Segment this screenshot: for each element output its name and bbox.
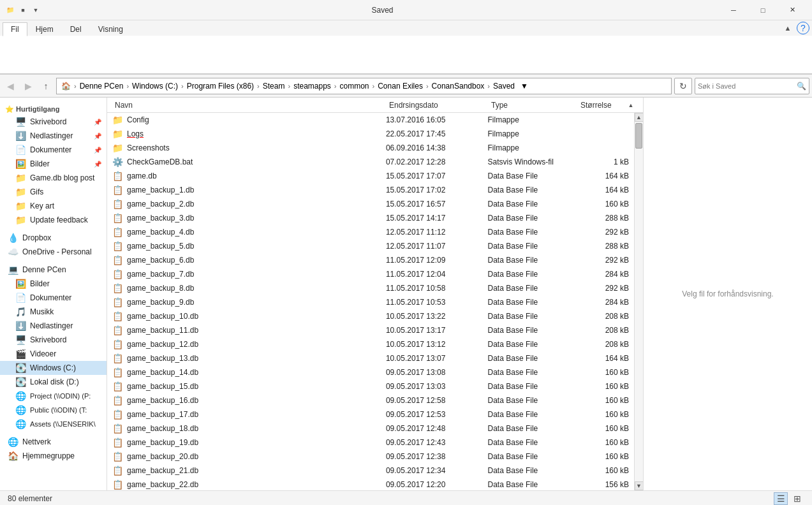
file-row[interactable]: 📋 game_backup_4.db 12.05.2017 11:12 Data… (107, 225, 634, 239)
path-segment-common[interactable]: common (338, 81, 371, 91)
column-header-type[interactable]: Type (486, 101, 575, 110)
column-header-date[interactable]: Endrsingsdato (384, 101, 486, 110)
file-row[interactable]: 📋 game_backup_14.db 09.05.2017 13:08 Dat… (107, 365, 634, 379)
path-dropdown-icon[interactable]: ▼ (519, 81, 529, 91)
sidebar-item-lokal-disk-d[interactable]: 💽 Lokal disk (D:) (0, 375, 107, 389)
column-header-name[interactable]: Navn (110, 101, 384, 110)
scrollbar-up-button[interactable]: ▲ (635, 113, 644, 122)
pictures-icon: 🖼️ (15, 159, 26, 169)
db-file-icon: 📋 (112, 297, 123, 307)
path-segment-saved[interactable]: Saved (491, 81, 517, 91)
sidebar-item-update-feedback[interactable]: 📁 Update feedback (0, 213, 107, 227)
sidebar-item-public-odin[interactable]: 🌐 Public (\\ODIN) (T: (0, 403, 107, 417)
sidebar-item-windows-c[interactable]: 💽 Windows (C:) (0, 361, 107, 375)
address-path[interactable]: 🏠 › Denne PCen › Windows (C:) › Program … (56, 78, 672, 94)
desktop-pc-icon: 🖥️ (15, 335, 26, 345)
sidebar-item-musikk[interactable]: 🎵 Musikk (0, 305, 107, 319)
file-row[interactable]: 📋 game_backup_16.db 09.05.2017 12:58 Dat… (107, 393, 634, 407)
sidebar-item-videoer[interactable]: 🎬 Videoer (0, 347, 107, 361)
sidebar-item-gifs[interactable]: 📁 Gifs (0, 185, 107, 199)
search-input[interactable] (698, 82, 797, 90)
sidebar-item-denne-pcen[interactable]: 💻 Denne PCen (0, 263, 107, 277)
file-row[interactable]: 📋 game_backup_18.db 09.05.2017 12:48 Dat… (107, 421, 634, 435)
sidebar-item-nettverk[interactable]: 🌐 Nettverk (0, 435, 107, 449)
file-row[interactable]: 📋 game.db 15.05.2017 17:07 Data Base Fil… (107, 169, 634, 183)
file-type: Data Base File (485, 256, 575, 265)
file-row[interactable]: ⚙️ CheckGameDB.bat 07.02.2017 12:28 Sats… (107, 155, 634, 169)
scroll-up-arrow[interactable]: ▲ (628, 98, 634, 113)
file-row[interactable]: 📋 game_backup_13.db 10.05.2017 13:07 Dat… (107, 351, 634, 365)
file-row[interactable]: 📋 game_backup_19.db 09.05.2017 12:43 Dat… (107, 435, 634, 450)
file-row[interactable]: 📋 game_backup_10.db 10.05.2017 13:22 Dat… (107, 309, 634, 323)
scrollbar-track: ▲ ▼ (634, 113, 643, 490)
back-button[interactable]: ◀ (3, 78, 18, 94)
sidebar-item-bilder[interactable]: 🖼️ Bilder 📌 (0, 157, 107, 171)
sidebar-item-hjemmegruppe[interactable]: 🏠 Hjemmegruppe (0, 449, 107, 463)
file-row[interactable]: 📋 game_backup_2.db 15.05.2017 16:57 Data… (107, 197, 634, 211)
ribbon-collapse-button[interactable]: ▲ (781, 22, 794, 34)
file-list[interactable]: 📁 Config 13.07.2016 16:05 Filmappe 📁 Log… (107, 113, 634, 490)
tab-visning[interactable]: Visning (90, 22, 131, 36)
sidebar-item-nedlastinger-pc[interactable]: ⬇️ Nedlastinger (0, 319, 107, 333)
file-row[interactable]: 📋 game_backup_6.db 11.05.2017 12:09 Data… (107, 253, 634, 267)
sidebar-item-bilder-pc[interactable]: 🖼️ Bilder (0, 277, 107, 291)
onedrive-icon: ☁️ (8, 247, 18, 257)
file-area-scroll: 📁 Config 13.07.2016 16:05 Filmappe 📁 Log… (107, 113, 643, 490)
forward-button[interactable]: ▶ (20, 78, 36, 94)
tab-hjem[interactable]: Hjem (27, 22, 62, 36)
file-row[interactable]: 📁 Config 13.07.2016 16:05 Filmappe (107, 113, 634, 127)
file-row[interactable]: 📋 game_backup_15.db 09.05.2017 13:03 Dat… (107, 379, 634, 393)
file-row[interactable]: 📋 game_backup_21.db 09.05.2017 12:34 Dat… (107, 464, 634, 478)
db-file-icon: 📋 (112, 381, 123, 392)
help-button[interactable]: ? (797, 22, 809, 34)
sidebar-item-skrivebord-pc[interactable]: 🖥️ Skrivebord (0, 333, 107, 347)
file-row[interactable]: 📋 game_backup_1.db 15.05.2017 17:02 Data… (107, 183, 634, 197)
file-row[interactable]: 📋 game_backup_3.db 15.05.2017 14:17 Data… (107, 211, 634, 225)
file-row[interactable]: 📋 game_backup_11.db 10.05.2017 13:17 Dat… (107, 323, 634, 337)
tab-fil[interactable]: Fil (3, 22, 27, 36)
up-button[interactable]: ↑ (38, 78, 54, 94)
sidebar-item-dokumenter[interactable]: 📄 Dokumenter 📌 (0, 143, 107, 157)
sidebar-item-assets-jenserik[interactable]: 🌐 Assets (\\JENSERIK\ (0, 417, 107, 431)
sidebar-item-onedrive[interactable]: ☁️ OneDrive - Personal (0, 245, 107, 259)
path-segment-program-files[interactable]: Program Files (x86) (185, 81, 256, 91)
sidebar-item-game-db-blog[interactable]: 📁 Game.db blog post (0, 171, 107, 185)
sidebar-item-project-odin[interactable]: 🌐 Project (\\ODIN) (P: (0, 389, 107, 403)
file-row[interactable]: 📋 game_backup_20.db 09.05.2017 12:38 Dat… (107, 450, 634, 464)
path-segment-conansandbox[interactable]: ConanSandbox (430, 81, 487, 91)
close-button[interactable]: ✕ (778, 0, 807, 20)
file-row[interactable]: 📋 game_backup_5.db 12.05.2017 11:07 Data… (107, 239, 634, 253)
sidebar-item-key-art[interactable]: 📁 Key art (0, 199, 107, 213)
path-segment-denne-pcen[interactable]: Denne PCen (78, 81, 126, 91)
scrollbar-thumb[interactable] (635, 123, 642, 149)
path-segment-steam[interactable]: Steam (261, 81, 287, 91)
sidebar-item-nedlastinger[interactable]: ⬇️ Nedlastinger 📌 (0, 129, 107, 143)
sidebar-item-dokumenter-pc[interactable]: 📄 Dokumenter (0, 291, 107, 305)
path-segment-conan-exiles[interactable]: Conan Exiles (376, 81, 425, 91)
file-row[interactable]: 📁 Logs 22.05.2017 17:45 Filmappe (107, 127, 634, 141)
path-segment-windows[interactable]: Windows (C:) (130, 81, 180, 91)
file-row[interactable]: 📋 game_backup_8.db 11.05.2017 10:58 Data… (107, 281, 634, 295)
file-row[interactable]: 📋 game_backup_22.db 09.05.2017 12:20 Dat… (107, 478, 634, 490)
scrollbar-down-button[interactable]: ▼ (635, 481, 644, 490)
refresh-button[interactable]: ↻ (674, 78, 692, 94)
file-date: 10.05.2017 13:07 (383, 354, 485, 363)
file-date: 07.02.2017 12:28 (383, 157, 485, 166)
view-large-icons-button[interactable]: ⊞ (790, 492, 804, 505)
tab-del[interactable]: Del (62, 22, 90, 36)
file-row[interactable]: 📁 Screenshots 06.09.2016 14:38 Filmappe (107, 141, 634, 155)
path-segment-steamapps[interactable]: steamapps (292, 81, 333, 91)
sidebar-item-dropbox[interactable]: 💧 Dropbox (0, 231, 107, 245)
pc-icon: 💻 (8, 265, 18, 275)
file-row[interactable]: 📋 game_backup_17.db 09.05.2017 12:53 Dat… (107, 407, 634, 421)
file-row[interactable]: 📋 game_backup_12.db 10.05.2017 13:12 Dat… (107, 337, 634, 351)
maximize-button[interactable]: □ (748, 0, 778, 20)
sidebar-item-skrivebord[interactable]: 🖥️ Skrivebord 📌 (0, 115, 107, 129)
path-segment-home[interactable]: 🏠 (59, 81, 73, 91)
minimize-button[interactable]: ─ (719, 0, 748, 20)
view-details-button[interactable]: ☰ (774, 492, 788, 505)
path-separator-5: › (288, 82, 290, 90)
column-header-size[interactable]: Størrelse (575, 101, 633, 110)
file-row[interactable]: 📋 game_backup_9.db 11.05.2017 10:53 Data… (107, 295, 634, 309)
file-row[interactable]: 📋 game_backup_7.db 11.05.2017 12:04 Data… (107, 267, 634, 281)
